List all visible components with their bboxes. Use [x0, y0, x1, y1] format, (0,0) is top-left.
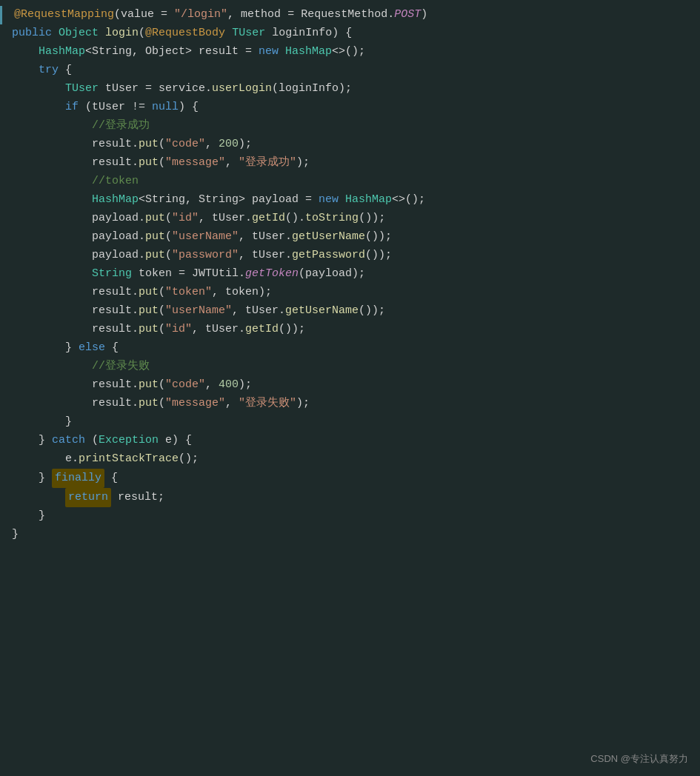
code-token: ( [85, 432, 99, 449]
code-token: getId [245, 321, 279, 338]
code-token: toString [305, 210, 359, 227]
code-token: ( [165, 247, 172, 264]
code-token: "登录失败" [239, 395, 296, 412]
code-token: result. [92, 321, 139, 338]
code-token: , tUser. [199, 210, 252, 227]
code-token: result. [92, 376, 139, 394]
code-line: return result; [0, 488, 700, 507]
code-token: ( [159, 154, 165, 172]
code-token [279, 43, 285, 61]
code-token: HashMap [92, 191, 139, 209]
code-line: HashMap<String, String> payload = new Ha… [0, 191, 700, 210]
code-token: { [105, 339, 119, 357]
code-token: e. [65, 450, 79, 468]
code-token: result. [92, 154, 139, 172]
code-token: result; [111, 489, 164, 506]
code-token: <String, String> payload = [139, 191, 319, 209]
code-token [52, 24, 59, 42]
code-token: , [205, 376, 219, 394]
code-token: = [154, 6, 174, 24]
code-token: ) { [179, 98, 199, 116]
code-token: "code" [165, 136, 205, 153]
code-token: "/login" [174, 6, 227, 24]
code-token: 400 [219, 376, 239, 394]
code-token: else [79, 339, 105, 357]
code-token: RequestMethod. [301, 6, 394, 24]
code-token: "password" [172, 247, 239, 264]
code-line: payload.put("userName", tUser.getUserNam… [0, 228, 700, 247]
code-token: <>(); [392, 191, 425, 209]
code-line: } finally { [0, 469, 700, 488]
code-line: result.put("userName", tUser.getUserName… [0, 302, 700, 321]
code-token: <>(); [332, 43, 365, 61]
code-token: "message" [165, 154, 225, 172]
code-token: printStackTrace [79, 450, 179, 468]
code-token: } [12, 526, 19, 543]
code-token: ( [159, 284, 165, 301]
code-line: public Object login(@RequestBody TUser l… [0, 24, 700, 43]
code-token: new [259, 43, 279, 61]
code-token: put [139, 302, 159, 320]
code-line: result.put("id", tUser.getId()); [0, 321, 700, 339]
code-token: if [65, 98, 79, 116]
code-token: , [205, 136, 219, 153]
code-token: (); [179, 450, 199, 468]
code-token: result. [92, 136, 139, 153]
code-token: ( [159, 136, 165, 153]
code-token: try [39, 61, 59, 79]
code-token: result. [92, 302, 139, 320]
code-token: //token [92, 173, 139, 190]
code-line: String token = JWTUtil.getToken(payload)… [0, 265, 700, 284]
code-token: "id" [172, 210, 199, 227]
code-token: ()); [279, 321, 305, 338]
code-line: } [0, 507, 700, 526]
code-token: "userName" [172, 228, 239, 246]
code-token: ( [114, 6, 121, 24]
code-token [225, 24, 232, 42]
code-token: put [139, 154, 159, 172]
code-line: result.put("message", "登录失败"); [0, 395, 700, 413]
code-token: //登录失败 [92, 358, 150, 375]
code-token: ( [159, 395, 165, 412]
code-token: put [139, 136, 159, 153]
code-token: userLogin [212, 80, 272, 98]
code-token: "登录成功" [239, 154, 296, 172]
code-token: null [152, 98, 179, 116]
code-token: } [65, 339, 79, 357]
code-block: @RequestMapping(value = "/login", method… [0, 0, 700, 776]
code-line: result.put("message", "登录成功"); [0, 154, 700, 173]
code-token: put [145, 228, 165, 246]
code-token: ()); [359, 302, 385, 320]
code-token: ); [239, 136, 252, 153]
code-token: e) { [159, 432, 192, 449]
code-token: "code" [165, 376, 205, 394]
code-token: loginInfo) { [265, 24, 352, 42]
code-token [99, 24, 105, 42]
code-token: , [227, 6, 241, 24]
code-token: catch [52, 432, 85, 449]
code-line: result.put("code", 200); [0, 136, 700, 154]
watermark: CSDN @专注认真努力 [590, 752, 688, 767]
code-token: put [145, 210, 165, 227]
code-line: } else { [0, 339, 700, 358]
code-token: "userName" [165, 302, 232, 320]
code-token: new [319, 191, 339, 209]
code-token: return [65, 488, 111, 507]
code-line: @RequestMapping(value = "/login", method… [0, 6, 700, 24]
code-token: Object [59, 24, 99, 42]
code-token: ( [159, 321, 165, 338]
code-token: getPassword [292, 247, 365, 264]
code-token: , tUser. [192, 321, 245, 338]
code-token: payload. [92, 228, 145, 246]
code-token: getId [252, 210, 285, 227]
code-token: , token); [212, 284, 272, 301]
code-token: put [139, 376, 159, 394]
code-token: } [39, 507, 45, 525]
code-token: result. [92, 284, 139, 301]
code-token: (). [285, 210, 305, 227]
code-token: tUser = service. [99, 80, 212, 98]
code-token: @RequestMapping [14, 6, 114, 24]
code-token: getToken [245, 265, 299, 283]
code-token: (payload); [299, 265, 365, 283]
code-token: Exception [99, 432, 159, 449]
